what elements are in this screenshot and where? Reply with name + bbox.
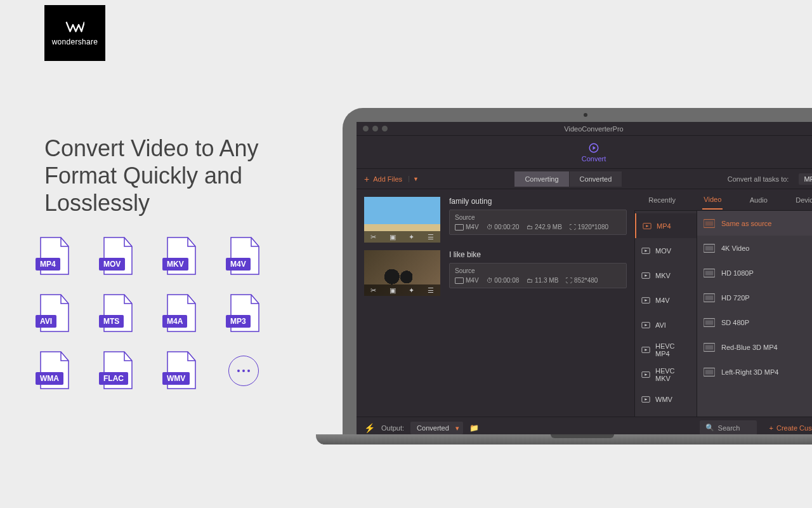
svg-rect-12 xyxy=(705,246,714,250)
preset-label: Red-Blue 3D MP4 xyxy=(721,344,778,351)
preset-label: Same as source xyxy=(721,220,771,227)
task-row[interactable]: ✂ ▣ ✦ ☰ family outing Source M4V ⏱ 00:00… xyxy=(364,197,627,243)
source-label: Source xyxy=(455,214,621,221)
type-mp4[interactable]: MP4 xyxy=(635,213,697,238)
crop-icon[interactable]: ▣ xyxy=(390,286,396,295)
preset-item[interactable]: HD 1080P xyxy=(697,260,812,285)
cat-tab-audio[interactable]: Audio xyxy=(749,196,769,204)
format-m4v: M4V xyxy=(228,236,261,276)
seg-converted[interactable]: Converted xyxy=(570,171,623,187)
app-screen: VideoConverterPro Convert Add Files ▼ Co… xyxy=(357,122,812,438)
format-label: MTS xyxy=(99,315,124,328)
type-mkv[interactable]: MKV xyxy=(635,263,697,288)
format-label: MOV xyxy=(99,258,125,271)
format-label: MP4 xyxy=(36,258,60,271)
crop-icon[interactable]: ▣ xyxy=(390,233,396,241)
format-label: WMV xyxy=(162,372,190,385)
effect-icon[interactable]: ✦ xyxy=(409,233,414,241)
preset-item[interactable]: HD 720P xyxy=(697,285,812,310)
app-header-label: Convert xyxy=(582,155,606,163)
format-mp4: MP4 xyxy=(38,236,71,276)
cat-tab-device[interactable]: Device xyxy=(794,196,812,204)
task-title: family outing xyxy=(449,197,627,206)
format-label: MP3 xyxy=(226,315,251,328)
preset-item[interactable]: Red-Blue 3D MP4 xyxy=(697,335,812,359)
format-wma: WMA xyxy=(38,351,71,390)
wondershare-icon xyxy=(65,20,84,34)
format-mkv: MKV xyxy=(165,236,198,276)
output-label: Output: xyxy=(381,424,404,432)
type-hevc-mkv[interactable]: HEVC MKV xyxy=(635,362,697,387)
search-placeholder: Search xyxy=(718,424,740,432)
source-label: Source xyxy=(455,267,621,274)
convert-all-value[interactable]: MP4 xyxy=(799,173,812,185)
preset-label: SD 480P xyxy=(721,319,749,326)
preset-item[interactable]: Same as sourceOrig xyxy=(697,211,812,236)
source-box: Source M4V ⏱ 00:00:08 🗀 11.3 MB ⛶ 852*48… xyxy=(449,263,627,288)
output-select[interactable]: Converted xyxy=(410,422,463,434)
task-thumbnail[interactable]: ✂ ▣ ✦ ☰ xyxy=(364,197,440,243)
res-stat: ⛶ 1920*1080 xyxy=(570,224,608,231)
traffic-lights[interactable] xyxy=(363,126,388,131)
task-row[interactable]: ✂ ▣ ✦ ☰ I like bike Source M4V ⏱ 00:00:0… xyxy=(364,250,627,296)
format-avi: AVI xyxy=(38,293,71,333)
format-mts: MTS xyxy=(102,293,134,333)
preset-item[interactable]: Left-Right 3D MP4 xyxy=(697,359,812,384)
brand-text: wondershare xyxy=(52,37,98,46)
laptop-mockup: VideoConverterPro Convert Add Files ▼ Co… xyxy=(343,108,812,438)
dur-stat: ⏱ 00:00:08 xyxy=(487,277,520,284)
format-mp3: MP3 xyxy=(228,293,261,333)
cat-tab-video[interactable]: Video xyxy=(702,196,723,210)
more-icon[interactable]: ☰ xyxy=(428,233,434,241)
preset-item[interactable]: 4K Video xyxy=(697,236,812,260)
format-label: FLAC xyxy=(99,372,128,385)
add-files-dropdown[interactable]: ▼ xyxy=(409,176,422,182)
main-area: ✂ ▣ ✦ ☰ family outing Source M4V ⏱ 00:00… xyxy=(357,189,812,417)
format-wmv: WMV xyxy=(165,351,198,390)
type-column: MP4MOVMKVM4VAVIHEVC MP4HEVC MKVWMV xyxy=(634,211,697,417)
svg-rect-20 xyxy=(705,345,714,349)
type-mov[interactable]: MOV xyxy=(635,238,697,263)
format-label: AVI xyxy=(36,315,56,328)
format-mov: MOV xyxy=(102,236,134,276)
effect-icon[interactable]: ✦ xyxy=(409,286,414,295)
svg-rect-18 xyxy=(705,320,714,324)
category-tabs: RecentlyVideoAudioDevice xyxy=(634,189,812,211)
preset-label: 4K Video xyxy=(721,244,749,252)
type-label: HEVC MKV xyxy=(655,367,690,382)
svg-rect-16 xyxy=(705,295,714,300)
search-input[interactable]: 🔍 Search xyxy=(700,420,757,435)
source-stats: M4V ⏱ 00:00:08 🗀 11.3 MB ⛶ 852*480 xyxy=(455,277,621,284)
open-folder-icon[interactable]: 📁 xyxy=(469,424,479,432)
type-wmv[interactable]: WMV xyxy=(635,387,697,411)
convert-all-label: Convert all tasks to: xyxy=(728,175,789,183)
more-icon[interactable]: ☰ xyxy=(428,286,434,295)
task-thumbnail[interactable]: ✂ ▣ ✦ ☰ xyxy=(364,250,440,296)
svg-rect-22 xyxy=(705,370,714,374)
preset-label: HD 1080P xyxy=(721,269,754,277)
page-headline: Convert Video to Any Format Quickly and … xyxy=(44,135,336,217)
preset-item[interactable]: SD 480P xyxy=(697,310,812,335)
format-label: WMA xyxy=(36,372,63,385)
thumb-controls: ✂ ▣ ✦ ☰ xyxy=(364,231,440,243)
trim-icon[interactable]: ✂ xyxy=(370,233,376,241)
titlebar: VideoConverterPro xyxy=(357,122,812,136)
format-grid: MP4MOVMKVM4VAVIMTSM4AMP3WMAFLACWMV xyxy=(38,236,292,390)
preset-label: HD 720P xyxy=(721,294,750,302)
type-avi[interactable]: AVI xyxy=(635,312,697,337)
app-header[interactable]: Convert xyxy=(357,136,812,169)
more-formats-button[interactable] xyxy=(228,356,259,386)
gpu-icon[interactable]: ⚡ xyxy=(364,423,375,433)
preset-label: Left-Right 3D MP4 xyxy=(721,368,778,376)
type-hevc-mp4[interactable]: HEVC MP4 xyxy=(635,337,697,362)
cat-tab-recently[interactable]: Recently xyxy=(647,196,677,204)
add-files-button[interactable]: Add Files xyxy=(364,174,402,184)
trim-icon[interactable]: ✂ xyxy=(370,286,376,295)
format-label: MKV xyxy=(162,258,188,271)
create-custom-button[interactable]: Create Custom xyxy=(769,424,812,432)
fmt-stat: M4V xyxy=(455,224,479,231)
dur-stat: ⏱ 00:00:20 xyxy=(487,224,520,231)
seg-converting[interactable]: Converting xyxy=(514,171,569,187)
type-m4v[interactable]: M4V xyxy=(635,288,697,312)
brand-logo: wondershare xyxy=(44,5,105,61)
